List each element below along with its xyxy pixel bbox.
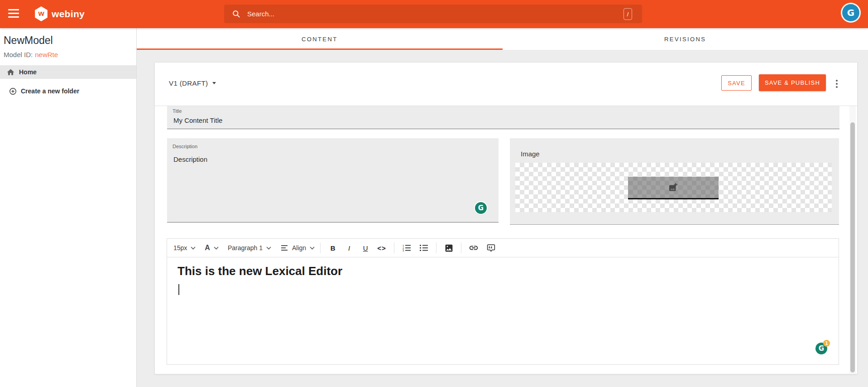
- circle-plus-icon: [9, 87, 17, 95]
- webiny-logo-icon: w: [34, 6, 48, 21]
- more-options-icon[interactable]: [832, 77, 841, 91]
- title-field-label: Title: [173, 108, 182, 114]
- numbered-list-button[interactable]: 123: [400, 244, 413, 252]
- toolbar-divider: [320, 242, 321, 253]
- code-button[interactable]: <>: [375, 244, 388, 252]
- grammarly-icon[interactable]: G 1: [815, 343, 827, 354]
- tab-content[interactable]: CONTENT: [137, 28, 503, 50]
- chevron-down-icon: [310, 247, 315, 250]
- webiny-cms-screen: w webiny / G NewModel Model ID:newRte Ho…: [0, 0, 868, 387]
- link-icon: [469, 243, 479, 253]
- main-area: CONTENT REVISIONS V1 (DRAFT) SAVE SAVE &…: [137, 28, 868, 387]
- numbered-list-icon: 123: [402, 244, 411, 252]
- image-dropzone[interactable]: [515, 163, 832, 212]
- image-field: Image: [510, 138, 839, 225]
- italic-button[interactable]: I: [342, 244, 356, 252]
- search-icon: [232, 10, 240, 18]
- image-field-label: Image: [521, 150, 540, 158]
- sidebar-item-home[interactable]: Home: [0, 65, 136, 79]
- bold-button[interactable]: B: [326, 244, 340, 252]
- version-dropdown[interactable]: V1 (DRAFT): [169, 79, 216, 87]
- user-avatar[interactable]: G: [842, 4, 859, 21]
- model-name-title: NewModel: [4, 34, 53, 47]
- tab-revisions[interactable]: REVISIONS: [503, 28, 868, 50]
- model-id-line: Model ID:newRte: [4, 51, 58, 58]
- quote-icon: [486, 243, 496, 253]
- insert-link-button[interactable]: [467, 243, 480, 253]
- block-type-dropdown[interactable]: Paragraph 1: [228, 244, 271, 252]
- page-background: V1 (DRAFT) SAVE SAVE & PUBLISH Title Des…: [137, 50, 868, 387]
- create-folder-label: Create a new folder: [21, 87, 79, 95]
- tab-bar: CONTENT REVISIONS: [137, 28, 868, 50]
- quote-button[interactable]: [484, 243, 498, 253]
- save-button[interactable]: SAVE: [721, 75, 752, 91]
- upload-image-button[interactable]: [628, 177, 719, 199]
- version-label: V1 (DRAFT): [169, 79, 208, 87]
- title-field[interactable]: Title: [167, 106, 839, 129]
- toolbar-divider: [394, 242, 394, 253]
- toolbar-divider: [461, 242, 461, 253]
- chevron-down-icon: [191, 247, 196, 250]
- align-dropdown[interactable]: Align: [280, 244, 315, 252]
- model-id-label: Model ID:: [4, 51, 33, 58]
- create-folder-button[interactable]: Create a new folder: [0, 85, 136, 97]
- menu-icon[interactable]: [8, 9, 20, 19]
- image-icon: [444, 243, 454, 253]
- bullet-list-button[interactable]: [417, 244, 431, 252]
- svg-text:3: 3: [403, 249, 404, 252]
- global-search[interactable]: /: [224, 5, 642, 23]
- webiny-logo-text: webiny: [52, 9, 85, 19]
- align-icon: [280, 244, 288, 252]
- grammarly-badge: 1: [823, 340, 830, 347]
- sidebar-item-label: Home: [19, 68, 37, 76]
- save-publish-button[interactable]: SAVE & PUBLISH: [759, 74, 826, 91]
- form-scrollbar-track: [849, 106, 856, 373]
- chevron-down-icon: [266, 247, 271, 250]
- description-field-label: Description: [173, 144, 197, 149]
- text-cursor: [178, 284, 179, 295]
- sidebar: NewModel Model ID:newRte Home Create a n…: [0, 28, 137, 387]
- toolbar-divider: [436, 242, 436, 253]
- search-input[interactable]: [246, 10, 642, 18]
- form-scrollbar-thumb[interactable]: [850, 122, 855, 372]
- slash-shortcut-badge: /: [623, 8, 632, 20]
- description-field[interactable]: Description Description G: [167, 138, 499, 223]
- content-form-card: V1 (DRAFT) SAVE SAVE & PUBLISH Title Des…: [154, 62, 858, 374]
- caret-down-icon: [212, 82, 216, 84]
- insert-image-button[interactable]: [442, 243, 456, 253]
- bullet-list-icon: [419, 244, 428, 252]
- underline-button[interactable]: U: [359, 244, 372, 252]
- title-input[interactable]: [173, 116, 811, 125]
- model-id-value: newRte: [35, 51, 58, 58]
- rte-content-heading[interactable]: This is the new Lexical Editor: [177, 264, 342, 278]
- webiny-logo[interactable]: w webiny: [34, 6, 85, 21]
- font-color-dropdown[interactable]: A: [205, 244, 219, 252]
- add-image-icon: [668, 182, 679, 193]
- description-input[interactable]: Description: [173, 155, 480, 204]
- font-size-dropdown[interactable]: 15px: [173, 244, 196, 252]
- grammarly-icon[interactable]: G: [475, 202, 487, 214]
- chevron-down-icon: [214, 247, 219, 250]
- rte-toolbar: 15px A Paragraph 1: [167, 239, 839, 257]
- form-scroll-area: Title Description Description G Image: [155, 106, 857, 374]
- home-icon: [6, 68, 15, 77]
- rich-text-editor: 15px A Paragraph 1: [167, 238, 839, 365]
- app-header: w webiny / G: [0, 0, 868, 28]
